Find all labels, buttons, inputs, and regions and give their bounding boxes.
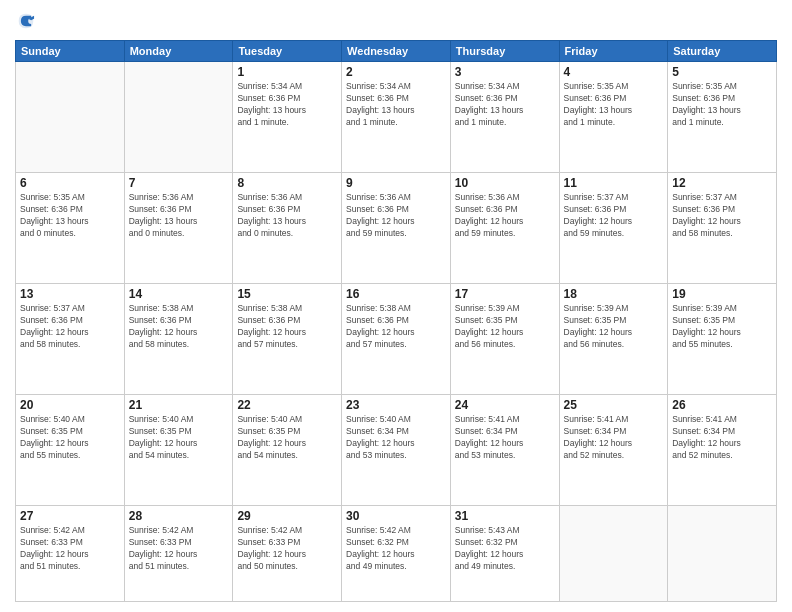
day-number: 6 bbox=[20, 176, 120, 190]
day-number: 4 bbox=[564, 65, 664, 79]
day-number: 17 bbox=[455, 287, 555, 301]
calendar-cell: 6Sunrise: 5:35 AM Sunset: 6:36 PM Daylig… bbox=[16, 173, 125, 284]
day-number: 26 bbox=[672, 398, 772, 412]
calendar-cell: 26Sunrise: 5:41 AM Sunset: 6:34 PM Dayli… bbox=[668, 395, 777, 506]
day-info: Sunrise: 5:37 AM Sunset: 6:36 PM Dayligh… bbox=[20, 303, 120, 351]
day-number: 10 bbox=[455, 176, 555, 190]
day-number: 8 bbox=[237, 176, 337, 190]
calendar-cell: 25Sunrise: 5:41 AM Sunset: 6:34 PM Dayli… bbox=[559, 395, 668, 506]
day-info: Sunrise: 5:36 AM Sunset: 6:36 PM Dayligh… bbox=[346, 192, 446, 240]
calendar-cell: 2Sunrise: 5:34 AM Sunset: 6:36 PM Daylig… bbox=[342, 62, 451, 173]
day-info: Sunrise: 5:43 AM Sunset: 6:32 PM Dayligh… bbox=[455, 525, 555, 573]
day-info: Sunrise: 5:42 AM Sunset: 6:33 PM Dayligh… bbox=[237, 525, 337, 573]
calendar-cell: 12Sunrise: 5:37 AM Sunset: 6:36 PM Dayli… bbox=[668, 173, 777, 284]
weekday-header-thursday: Thursday bbox=[450, 41, 559, 62]
calendar-cell: 28Sunrise: 5:42 AM Sunset: 6:33 PM Dayli… bbox=[124, 506, 233, 602]
day-info: Sunrise: 5:35 AM Sunset: 6:36 PM Dayligh… bbox=[672, 81, 772, 129]
day-info: Sunrise: 5:39 AM Sunset: 6:35 PM Dayligh… bbox=[455, 303, 555, 351]
day-info: Sunrise: 5:41 AM Sunset: 6:34 PM Dayligh… bbox=[564, 414, 664, 462]
calendar-cell: 22Sunrise: 5:40 AM Sunset: 6:35 PM Dayli… bbox=[233, 395, 342, 506]
day-info: Sunrise: 5:40 AM Sunset: 6:34 PM Dayligh… bbox=[346, 414, 446, 462]
day-info: Sunrise: 5:38 AM Sunset: 6:36 PM Dayligh… bbox=[237, 303, 337, 351]
weekday-header-sunday: Sunday bbox=[16, 41, 125, 62]
weekday-header-friday: Friday bbox=[559, 41, 668, 62]
day-info: Sunrise: 5:40 AM Sunset: 6:35 PM Dayligh… bbox=[20, 414, 120, 462]
calendar-cell: 18Sunrise: 5:39 AM Sunset: 6:35 PM Dayli… bbox=[559, 284, 668, 395]
calendar-cell: 3Sunrise: 5:34 AM Sunset: 6:36 PM Daylig… bbox=[450, 62, 559, 173]
calendar-cell bbox=[668, 506, 777, 602]
weekday-header-monday: Monday bbox=[124, 41, 233, 62]
day-info: Sunrise: 5:42 AM Sunset: 6:33 PM Dayligh… bbox=[129, 525, 229, 573]
day-info: Sunrise: 5:40 AM Sunset: 6:35 PM Dayligh… bbox=[129, 414, 229, 462]
day-number: 20 bbox=[20, 398, 120, 412]
weekday-header-saturday: Saturday bbox=[668, 41, 777, 62]
day-info: Sunrise: 5:39 AM Sunset: 6:35 PM Dayligh… bbox=[672, 303, 772, 351]
calendar-cell: 21Sunrise: 5:40 AM Sunset: 6:35 PM Dayli… bbox=[124, 395, 233, 506]
day-info: Sunrise: 5:34 AM Sunset: 6:36 PM Dayligh… bbox=[455, 81, 555, 129]
calendar-week-row: 20Sunrise: 5:40 AM Sunset: 6:35 PM Dayli… bbox=[16, 395, 777, 506]
calendar-cell: 7Sunrise: 5:36 AM Sunset: 6:36 PM Daylig… bbox=[124, 173, 233, 284]
day-number: 25 bbox=[564, 398, 664, 412]
calendar-cell: 19Sunrise: 5:39 AM Sunset: 6:35 PM Dayli… bbox=[668, 284, 777, 395]
calendar-cell: 17Sunrise: 5:39 AM Sunset: 6:35 PM Dayli… bbox=[450, 284, 559, 395]
calendar-cell: 10Sunrise: 5:36 AM Sunset: 6:36 PM Dayli… bbox=[450, 173, 559, 284]
calendar-cell: 5Sunrise: 5:35 AM Sunset: 6:36 PM Daylig… bbox=[668, 62, 777, 173]
logo bbox=[15, 10, 41, 32]
page: SundayMondayTuesdayWednesdayThursdayFrid… bbox=[0, 0, 792, 612]
calendar-cell bbox=[16, 62, 125, 173]
calendar-table: SundayMondayTuesdayWednesdayThursdayFrid… bbox=[15, 40, 777, 602]
calendar-cell: 29Sunrise: 5:42 AM Sunset: 6:33 PM Dayli… bbox=[233, 506, 342, 602]
day-number: 12 bbox=[672, 176, 772, 190]
calendar-cell: 9Sunrise: 5:36 AM Sunset: 6:36 PM Daylig… bbox=[342, 173, 451, 284]
weekday-header-tuesday: Tuesday bbox=[233, 41, 342, 62]
day-info: Sunrise: 5:42 AM Sunset: 6:33 PM Dayligh… bbox=[20, 525, 120, 573]
day-number: 23 bbox=[346, 398, 446, 412]
day-number: 31 bbox=[455, 509, 555, 523]
logo-icon bbox=[15, 10, 37, 32]
day-info: Sunrise: 5:42 AM Sunset: 6:32 PM Dayligh… bbox=[346, 525, 446, 573]
calendar-cell: 15Sunrise: 5:38 AM Sunset: 6:36 PM Dayli… bbox=[233, 284, 342, 395]
calendar-cell: 16Sunrise: 5:38 AM Sunset: 6:36 PM Dayli… bbox=[342, 284, 451, 395]
calendar-cell: 1Sunrise: 5:34 AM Sunset: 6:36 PM Daylig… bbox=[233, 62, 342, 173]
day-number: 14 bbox=[129, 287, 229, 301]
day-number: 16 bbox=[346, 287, 446, 301]
day-number: 24 bbox=[455, 398, 555, 412]
calendar-week-row: 13Sunrise: 5:37 AM Sunset: 6:36 PM Dayli… bbox=[16, 284, 777, 395]
day-info: Sunrise: 5:37 AM Sunset: 6:36 PM Dayligh… bbox=[564, 192, 664, 240]
day-info: Sunrise: 5:35 AM Sunset: 6:36 PM Dayligh… bbox=[564, 81, 664, 129]
calendar-cell bbox=[559, 506, 668, 602]
day-info: Sunrise: 5:38 AM Sunset: 6:36 PM Dayligh… bbox=[129, 303, 229, 351]
calendar-cell: 20Sunrise: 5:40 AM Sunset: 6:35 PM Dayli… bbox=[16, 395, 125, 506]
day-number: 2 bbox=[346, 65, 446, 79]
calendar-cell: 23Sunrise: 5:40 AM Sunset: 6:34 PM Dayli… bbox=[342, 395, 451, 506]
calendar-cell: 27Sunrise: 5:42 AM Sunset: 6:33 PM Dayli… bbox=[16, 506, 125, 602]
day-info: Sunrise: 5:40 AM Sunset: 6:35 PM Dayligh… bbox=[237, 414, 337, 462]
calendar-week-row: 6Sunrise: 5:35 AM Sunset: 6:36 PM Daylig… bbox=[16, 173, 777, 284]
day-info: Sunrise: 5:36 AM Sunset: 6:36 PM Dayligh… bbox=[237, 192, 337, 240]
day-info: Sunrise: 5:41 AM Sunset: 6:34 PM Dayligh… bbox=[672, 414, 772, 462]
day-number: 19 bbox=[672, 287, 772, 301]
calendar-cell bbox=[124, 62, 233, 173]
day-info: Sunrise: 5:34 AM Sunset: 6:36 PM Dayligh… bbox=[237, 81, 337, 129]
calendar-cell: 14Sunrise: 5:38 AM Sunset: 6:36 PM Dayli… bbox=[124, 284, 233, 395]
calendar-cell: 31Sunrise: 5:43 AM Sunset: 6:32 PM Dayli… bbox=[450, 506, 559, 602]
day-info: Sunrise: 5:38 AM Sunset: 6:36 PM Dayligh… bbox=[346, 303, 446, 351]
weekday-header-row: SundayMondayTuesdayWednesdayThursdayFrid… bbox=[16, 41, 777, 62]
day-number: 27 bbox=[20, 509, 120, 523]
day-number: 15 bbox=[237, 287, 337, 301]
calendar-cell: 30Sunrise: 5:42 AM Sunset: 6:32 PM Dayli… bbox=[342, 506, 451, 602]
day-info: Sunrise: 5:36 AM Sunset: 6:36 PM Dayligh… bbox=[455, 192, 555, 240]
day-number: 22 bbox=[237, 398, 337, 412]
day-info: Sunrise: 5:41 AM Sunset: 6:34 PM Dayligh… bbox=[455, 414, 555, 462]
day-number: 1 bbox=[237, 65, 337, 79]
day-number: 28 bbox=[129, 509, 229, 523]
day-number: 30 bbox=[346, 509, 446, 523]
calendar-week-row: 1Sunrise: 5:34 AM Sunset: 6:36 PM Daylig… bbox=[16, 62, 777, 173]
day-info: Sunrise: 5:37 AM Sunset: 6:36 PM Dayligh… bbox=[672, 192, 772, 240]
day-number: 11 bbox=[564, 176, 664, 190]
day-number: 13 bbox=[20, 287, 120, 301]
calendar-cell: 24Sunrise: 5:41 AM Sunset: 6:34 PM Dayli… bbox=[450, 395, 559, 506]
day-number: 9 bbox=[346, 176, 446, 190]
day-number: 18 bbox=[564, 287, 664, 301]
day-number: 29 bbox=[237, 509, 337, 523]
